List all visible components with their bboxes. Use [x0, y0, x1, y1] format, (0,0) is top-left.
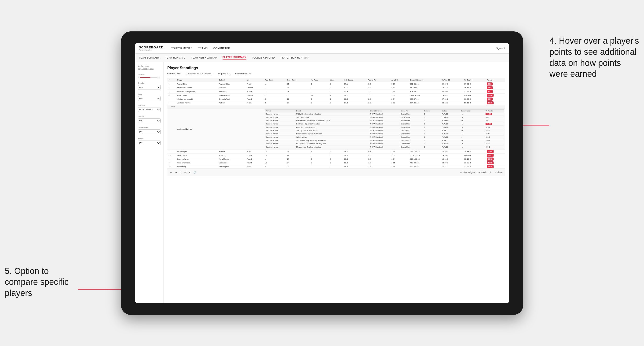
- cell-yr: Second: [246, 93, 264, 97]
- event-row[interactable]: Jackson Koivun Fallen Oak Collegiate Inv…: [265, 132, 504, 135]
- cell-to-par: -2.3: [366, 153, 390, 157]
- event-row[interactable]: Jackson Koivun SEC Stroke Play hosted by…: [265, 142, 504, 145]
- view-label: View: Original: [463, 171, 475, 173]
- table-row[interactable]: 4 Luke Claton Florida State Second - 5 2…: [168, 93, 505, 97]
- conference-select[interactable]: (All): [138, 129, 160, 134]
- cell-yr: Fourth: [246, 90, 264, 93]
- table-row[interactable]: 3 Michael Thorbjornsen Stanford Fourth 1…: [168, 90, 505, 93]
- cell-points[interactable]: 58.18: [486, 101, 505, 105]
- cell-adj-score: 67.1: [343, 82, 366, 86]
- ev-event: SEC Stroke Play hosted by Jerry Pate: [295, 142, 369, 145]
- ev-rounds: 3: [423, 142, 440, 145]
- ev-w-points: 53.60: [484, 116, 504, 119]
- filter-region-value: All: [227, 72, 230, 75]
- cell-wins: 1: [329, 153, 343, 157]
- table-row[interactable]: 5 Christo Lamprecht Georgia Tech Fourth …: [168, 97, 505, 101]
- sub-nav-player-h2h-grid[interactable]: PLAYER H2H GRID: [252, 56, 275, 59]
- ev-rank-impact: +1: [460, 132, 484, 135]
- sign-out-link[interactable]: Sign out: [496, 47, 505, 50]
- sub-nav-team-summary[interactable]: TEAM SUMMARY: [139, 56, 160, 59]
- nav-tournaments[interactable]: TOURNAMENTS: [171, 47, 192, 50]
- refresh-icon[interactable]: ⟳: [180, 171, 182, 173]
- clock-icon[interactable]: 🕐: [194, 171, 196, 173]
- eye-icon: 👁: [460, 171, 462, 173]
- sub-nav-player-h2h-heatmap[interactable]: PLAYER H2H HEATMAP: [280, 56, 309, 59]
- th-conf-rank: Conf Rank: [286, 78, 310, 82]
- table-row[interactable]: 2 Michael La Sasso Ole Miss Second 1 18 …: [168, 86, 505, 90]
- redo-icon[interactable]: ↪: [175, 171, 177, 173]
- event-row[interactable]: Jackson Koivun UNCW Seahawk Intercollegi…: [265, 112, 504, 116]
- sub-nav-team-h2h-heatmap[interactable]: TEAM H2H HEATMAP: [191, 56, 217, 59]
- download2-icon[interactable]: ⬇: [489, 171, 491, 173]
- cell-wins: 1: [329, 165, 343, 169]
- cell-points[interactable]: 59.95: [486, 161, 505, 165]
- cell-vs-top25: 63-39-2: [440, 161, 463, 165]
- watch-btn[interactable]: ⊙ Watch: [478, 171, 486, 173]
- cell-points[interactable]: 60.02: [486, 157, 505, 161]
- nav-teams[interactable]: TEAMS: [198, 47, 208, 50]
- region-select[interactable]: N/A: [138, 118, 160, 123]
- cell-school: Florida: [218, 150, 246, 153]
- filter-conference-label: Conference:: [235, 72, 248, 75]
- filter-conference-value: All: [249, 72, 252, 75]
- cell-points[interactable]: 60.68: [486, 150, 505, 153]
- event-row[interactable]: Jackson Koivun Wake Forest Invitational …: [265, 119, 504, 122]
- event-row[interactable]: Jackson Koivun Amer An Intercollegiate N…: [265, 125, 504, 129]
- copy-icon[interactable]: ⧉: [184, 171, 186, 174]
- table-row[interactable]: 6 Jackson Koivun Auburn First 2 27 0 1 6…: [168, 101, 505, 105]
- watch-label: Watch: [481, 171, 486, 173]
- event-row[interactable]: Jackson Koivun Mirabel Maui Jim Intercol…: [265, 145, 504, 149]
- event-row[interactable]: Jackson Koivun Tiger Invitational NCAA D…: [265, 116, 504, 119]
- ev-player: Jackson Koivun: [265, 116, 295, 119]
- sub-nav-team-h2h-grid[interactable]: TEAM H2H GRID: [165, 56, 186, 59]
- inner-th-type: Event Type: [400, 109, 423, 112]
- share-btn[interactable]: ↗ Share: [494, 171, 502, 173]
- cell-points[interactable]: 88.2: [486, 82, 505, 86]
- table-row[interactable]: 26 Petr Hruby Washington Fifth 7 23 0 1 …: [168, 165, 505, 169]
- share-icon: ↗: [494, 171, 496, 173]
- ev-event: Amer An Intercollegiate: [295, 125, 369, 129]
- ev-rounds: 3: [423, 116, 440, 119]
- event-row[interactable]: Jackson Koivun SEC Match Play hosted by …: [265, 139, 504, 142]
- table-row[interactable]: 25 Cole Sherwood Vanderbilt Fourth 12 24…: [168, 161, 505, 165]
- cell-points[interactable]: 76.2: [486, 86, 505, 90]
- cell-points[interactable]: 60.9: [486, 97, 505, 101]
- no-rds-from: 4: [138, 77, 139, 79]
- download-icon[interactable]: ⊞: [189, 171, 190, 173]
- gender-select[interactable]: Men: [138, 85, 160, 90]
- undo-icon[interactable]: ↩: [170, 171, 172, 173]
- ev-player: Jackson Koivun: [265, 139, 295, 142]
- table-row[interactable]: 22 Ian Gilligan Florida Third 10 24 1 0 …: [168, 150, 505, 153]
- cell-overall: 514-111-12: [409, 150, 440, 153]
- view-original-btn[interactable]: 👁 View: Original: [460, 171, 475, 173]
- cell-adj-score: 68.6: [343, 165, 366, 169]
- sidebar: Update time: 27/01/2024 16:56:26 No Rds.…: [135, 62, 164, 303]
- ev-status: PLAYED: [440, 145, 459, 149]
- update-time-label: Update time:: [138, 65, 160, 67]
- cell-points[interactable]: 58.49: [486, 165, 505, 169]
- cell-points[interactable]: 60.27: [486, 153, 505, 157]
- inner-th-status: Status: [440, 109, 459, 112]
- table-row[interactable]: 23 Jack Lundin Missouri Fourth 11 24 0 1…: [168, 153, 505, 157]
- year-select[interactable]: (All): [138, 96, 160, 101]
- cell-vs-top50: 61-20-2: [463, 97, 486, 101]
- cell-no-rds: 1: [310, 150, 329, 153]
- event-row[interactable]: Jackson Koivun Southern Highlands Colleg…: [265, 122, 504, 125]
- no-rds-slider[interactable]: 4 52: [138, 77, 160, 79]
- player-select[interactable]: (All): [138, 141, 160, 145]
- table-row[interactable]: 24 Bastien Amat New Mexico Fourth 1 27 2…: [168, 157, 505, 161]
- table-row[interactable]: 1 Wenyi Ding Arizona State First 1 15 1 …: [168, 82, 505, 86]
- cell-player: Bastien Amat: [176, 157, 218, 161]
- cell-points[interactable]: 70.1: [486, 90, 505, 93]
- ev-status: PLAYED: [440, 142, 459, 145]
- ev-player: Jackson Koivun: [265, 122, 295, 125]
- event-row[interactable]: Jackson Koivun The Cypress Point Classic…: [265, 129, 504, 132]
- nav-committee[interactable]: COMMITTEE: [213, 47, 230, 50]
- ev-w-points: 60.64: [484, 112, 504, 116]
- sub-nav-player-summary[interactable]: PLAYER SUMMARY: [222, 56, 246, 59]
- cell-vs-top25: 24-31-3: [440, 93, 463, 97]
- cell-overall: 533-57-16: [409, 97, 440, 101]
- cell-points[interactable]: 68.54: [486, 93, 505, 97]
- division-select[interactable]: NCAA Division I: [138, 107, 160, 112]
- event-row[interactable]: Jackson Koivun Williams Cup NCAA Divisio…: [265, 135, 504, 139]
